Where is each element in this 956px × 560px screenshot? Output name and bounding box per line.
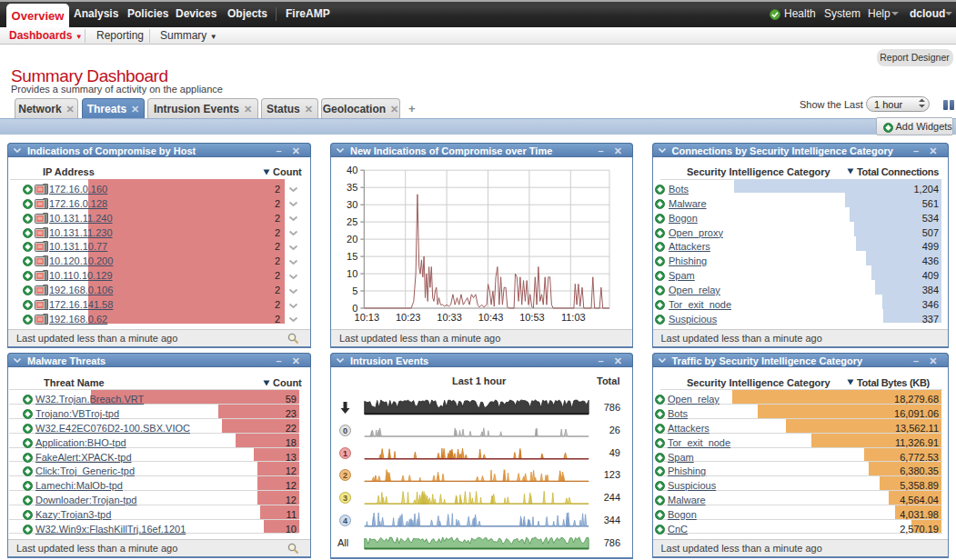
svg-text:10:23: 10:23 — [396, 312, 421, 323]
svg-text:10:43: 10:43 — [478, 312, 504, 323]
svg-text:15: 15 — [347, 251, 357, 262]
svg-text:10:33: 10:33 — [437, 312, 462, 323]
svg-text:11:03: 11:03 — [561, 312, 586, 323]
svg-text:40: 40 — [347, 165, 357, 175]
svg-text:10:53: 10:53 — [519, 312, 545, 323]
svg-text:20: 20 — [347, 234, 357, 245]
svg-text:25: 25 — [347, 216, 357, 227]
svg-text:5: 5 — [352, 285, 357, 296]
svg-text:35: 35 — [347, 182, 357, 193]
svg-text:30: 30 — [347, 199, 357, 210]
svg-text:10: 10 — [347, 268, 357, 279]
svg-text:10:13: 10:13 — [355, 312, 380, 323]
